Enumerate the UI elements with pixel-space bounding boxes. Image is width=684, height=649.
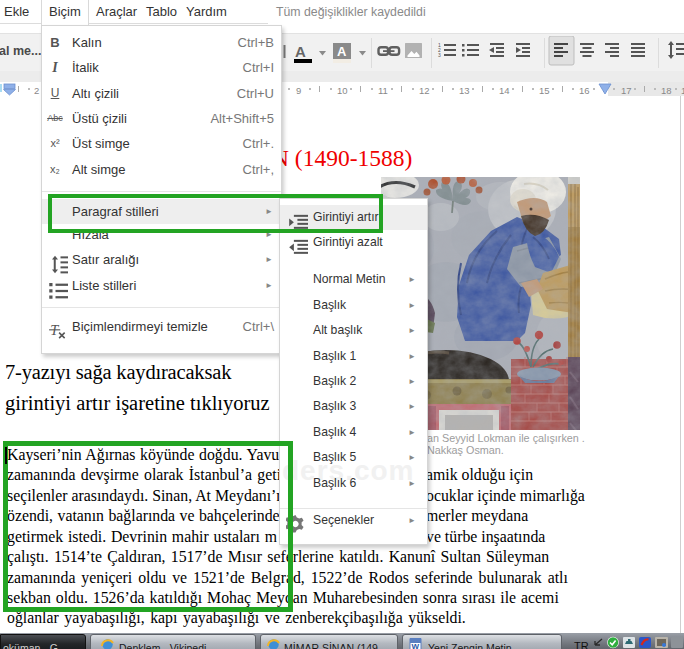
svg-text:3: 3 [438, 52, 441, 58]
svg-text:A: A [295, 43, 306, 60]
svg-text:W: W [412, 642, 420, 649]
svg-text:A: A [337, 44, 347, 59]
